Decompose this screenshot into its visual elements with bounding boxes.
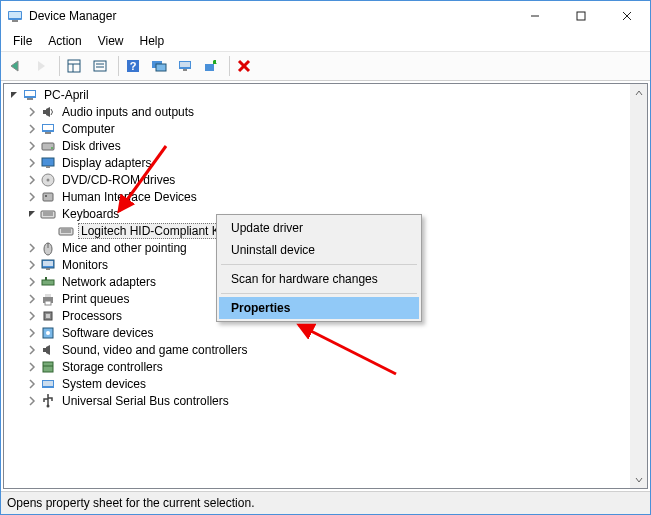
expander-closed-icon[interactable] (24, 257, 40, 273)
expander-open-icon[interactable] (24, 206, 40, 222)
scroll-up-button[interactable] (630, 84, 647, 101)
expander-closed-icon[interactable] (24, 393, 40, 409)
tree-item-label: Computer (60, 122, 117, 136)
tree-item-label: Human Interface Devices (60, 190, 199, 204)
usb-icon (40, 393, 56, 409)
tree-category-sw[interactable]: Software devices (6, 324, 647, 341)
context-menu-update-driver[interactable]: Update driver (219, 217, 419, 239)
tree-item-label: Keyboards (60, 207, 121, 221)
show-panel-icon (66, 58, 82, 74)
svg-rect-34 (46, 166, 50, 168)
expander-closed-icon[interactable] (24, 325, 40, 341)
svg-rect-48 (43, 261, 53, 266)
svg-rect-54 (45, 301, 51, 305)
svg-rect-37 (43, 193, 53, 201)
svg-rect-25 (25, 91, 35, 96)
close-button[interactable] (604, 1, 650, 31)
window: Device Manager FileActionViewHelp ? PC-A… (0, 0, 651, 515)
help-icon: ? (125, 58, 141, 74)
svg-rect-56 (46, 314, 50, 318)
toolbar-install-button[interactable] (201, 54, 225, 78)
expander-closed-icon[interactable] (24, 359, 40, 375)
content-area: PC-April Audio inputs and outputsCompute… (1, 81, 650, 491)
printer-icon (40, 291, 56, 307)
mouse-icon (40, 240, 56, 256)
expander-closed-icon[interactable] (24, 104, 40, 120)
tree-item-label: Software devices (60, 326, 155, 340)
tree-root[interactable]: PC-April (6, 86, 647, 103)
svg-rect-16 (156, 64, 166, 71)
svg-rect-19 (183, 69, 187, 71)
menu-view[interactable]: View (90, 32, 132, 50)
tree-item-label: PC-April (42, 88, 91, 102)
svg-rect-60 (43, 362, 53, 372)
svg-rect-20 (205, 64, 214, 71)
svg-rect-33 (42, 158, 54, 166)
svg-rect-7 (68, 60, 80, 72)
expander-closed-icon[interactable] (24, 138, 40, 154)
tree-category-computer[interactable]: Computer (6, 120, 647, 137)
cpu-icon (40, 308, 56, 324)
svg-rect-59 (43, 348, 46, 352)
menu-help[interactable]: Help (132, 32, 173, 50)
expander-closed-icon[interactable] (24, 155, 40, 171)
expander-closed-icon[interactable] (24, 189, 40, 205)
toolbar-separator (59, 56, 60, 76)
svg-rect-18 (180, 62, 190, 67)
svg-rect-51 (45, 277, 47, 280)
toolbar-show-panel-button[interactable] (64, 54, 88, 78)
expander-closed-icon[interactable] (24, 240, 40, 256)
expander-closed-icon[interactable] (24, 291, 40, 307)
expander-closed-icon[interactable] (24, 342, 40, 358)
tree-category-sound[interactable]: Sound, video and game controllers (6, 341, 647, 358)
expander-closed-icon[interactable] (24, 121, 40, 137)
disc-icon (40, 172, 56, 188)
tree-category-system[interactable]: System devices (6, 375, 647, 392)
svg-rect-63 (43, 381, 53, 386)
svg-rect-4 (577, 12, 585, 20)
pc-icon (22, 87, 38, 103)
toolbar-delete-button[interactable] (234, 54, 258, 78)
tree-item-label: Monitors (60, 258, 110, 272)
tree-category-audio[interactable]: Audio inputs and outputs (6, 103, 647, 120)
expander-closed-icon[interactable] (24, 172, 40, 188)
menu-file[interactable]: File (5, 32, 40, 50)
scroll-down-button[interactable] (630, 471, 647, 488)
toolbar-monitors-button[interactable] (149, 54, 173, 78)
tree-category-hid[interactable]: Human Interface Devices (6, 188, 647, 205)
minimize-button[interactable] (512, 1, 558, 31)
storage-icon (40, 359, 56, 375)
tree-category-usb[interactable]: Universal Serial Bus controllers (6, 392, 647, 409)
properties-icon (92, 58, 108, 74)
scrollbar[interactable] (630, 84, 647, 488)
svg-rect-53 (45, 294, 51, 297)
toolbar-help-button[interactable]: ? (123, 54, 147, 78)
svg-rect-1 (9, 12, 21, 18)
expander-none (42, 223, 58, 239)
tree-category-display[interactable]: Display adapters (6, 154, 647, 171)
toolbar-computers-button[interactable] (175, 54, 199, 78)
toolbar-properties-button[interactable] (90, 54, 114, 78)
back-icon (7, 58, 23, 74)
svg-rect-30 (45, 132, 51, 134)
expander-closed-icon[interactable] (24, 274, 40, 290)
tree-item-label: Network adapters (60, 275, 158, 289)
tree-category-storage[interactable]: Storage controllers (6, 358, 647, 375)
tree-category-dvd[interactable]: DVD/CD-ROM drives (6, 171, 647, 188)
forward-icon (33, 58, 49, 74)
toolbar-back-button[interactable] (5, 54, 29, 78)
display-icon (40, 155, 56, 171)
tree-item-label: Print queues (60, 292, 131, 306)
expander-open-icon[interactable] (6, 87, 22, 103)
expander-closed-icon[interactable] (24, 308, 40, 324)
maximize-button[interactable] (558, 1, 604, 31)
expander-closed-icon[interactable] (24, 376, 40, 392)
tree-category-disk[interactable]: Disk drives (6, 137, 647, 154)
context-menu-scan-for-hardware-changes[interactable]: Scan for hardware changes (219, 268, 419, 290)
svg-rect-49 (46, 268, 50, 270)
context-menu-uninstall-device[interactable]: Uninstall device (219, 239, 419, 261)
menu-action[interactable]: Action (40, 32, 89, 50)
delete-icon (236, 58, 252, 74)
svg-point-58 (46, 331, 50, 335)
context-menu-properties[interactable]: Properties (219, 297, 419, 319)
